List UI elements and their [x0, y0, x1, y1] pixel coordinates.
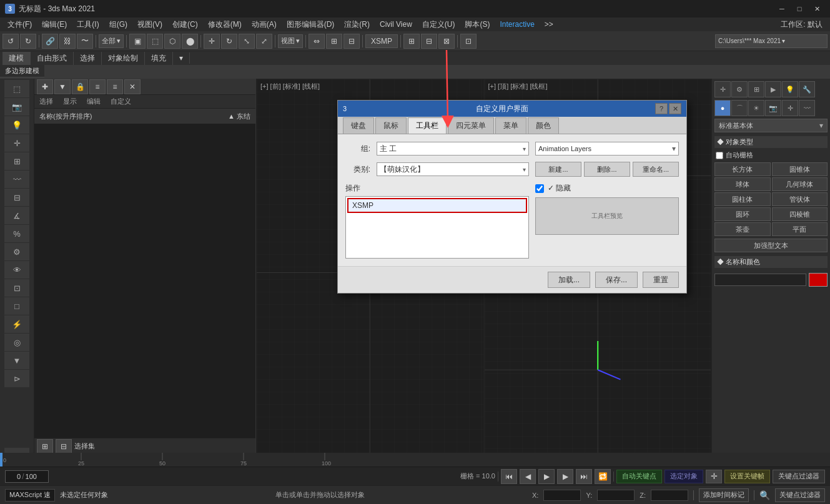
cone-button[interactable]: 圆锥体 [772, 162, 828, 176]
dlg-actions-listbox[interactable]: XSMP [345, 196, 529, 259]
dlg-help-btn[interactable]: ? [655, 103, 668, 114]
mirror-button[interactable]: ⇔ [309, 34, 325, 49]
view-dropdown[interactable]: 视图 ▾ [278, 34, 303, 48]
dlg-tab-menu[interactable]: 菜单 [495, 117, 526, 134]
lp-helper-icon[interactable]: ✛ [4, 134, 29, 152]
lp-wire-icon[interactable]: ⚡ [4, 315, 29, 333]
lp-snap3-icon[interactable]: ⊟ [4, 189, 29, 206]
menu-view[interactable]: 视图(V) [132, 18, 167, 31]
subtb-populate[interactable]: 填充 [145, 52, 173, 65]
bind-button[interactable]: 〜 [77, 34, 93, 49]
lp-snap-icon[interactable]: ⊞ [4, 152, 29, 170]
align2-button[interactable]: ⊟ [343, 34, 360, 49]
se-tab-edit[interactable]: 编辑 [82, 96, 106, 107]
lp-percent-icon[interactable]: % [4, 225, 29, 242]
dlg-reset-btn[interactable]: 重置 [643, 272, 679, 288]
lp-isolate-icon[interactable]: ◎ [4, 334, 29, 351]
dlg-tab-mouse[interactable]: 鼠标 [375, 117, 407, 134]
dlg-action-xsmp[interactable]: XSMP [347, 198, 527, 213]
lp-light-icon[interactable]: 💡 [4, 116, 29, 134]
reinforced-text-button[interactable]: 加强型文本 [714, 239, 828, 252]
cmd-shape-icon[interactable]: ⌒ [731, 100, 748, 116]
dlg-titlebar[interactable]: 3 自定义用户界面 ? ✕ [338, 101, 686, 117]
dlg-tab-toolbar[interactable]: 工具栏 [408, 117, 447, 134]
close-button[interactable]: ✕ [809, 2, 825, 15]
key-filter-btn[interactable]: 关键点过滤器 [773, 470, 825, 483]
subtb-obj-paint[interactable]: 对象绘制 [102, 52, 145, 65]
dlg-new-btn[interactable]: 新建... [535, 162, 581, 177]
menu-edit[interactable]: 编辑(E) [37, 18, 72, 31]
cmd-create-icon[interactable]: ✛ [714, 81, 731, 97]
menu-graph-editor[interactable]: 图形编辑器(D) [282, 18, 340, 31]
scene-button[interactable]: ⊡ [460, 34, 477, 49]
subtb-modeling[interactable]: 建模 [2, 52, 31, 65]
loop-btn[interactable]: 🔁 [595, 469, 611, 484]
cmd-utilities-icon[interactable]: 🔧 [799, 81, 815, 97]
timeline-ruler[interactable]: 0 25 50 75 100 [0, 453, 830, 467]
add-key-icon[interactable]: ✛ [706, 470, 722, 483]
dlg-anim-dropdown[interactable]: Animation Layers ▾ [535, 142, 679, 156]
lp-angle-icon[interactable]: ∡ [4, 207, 29, 224]
scale2-button[interactable]: ⤢ [256, 34, 272, 49]
auto-key-btn[interactable]: 自动关键点 [616, 470, 662, 483]
dlg-tab-color[interactable]: 颜色 [528, 117, 559, 134]
dlg-group-select[interactable]: 主 工 ▾ [377, 142, 529, 156]
dlg-hide-checkbox[interactable] [535, 184, 544, 193]
cmd-helper-icon2[interactable]: ✛ [782, 100, 798, 116]
cmd-hierarchy-icon[interactable]: ⊞ [748, 81, 764, 97]
cmd-space-icon[interactable]: 〰 [799, 100, 815, 116]
menu-tools[interactable]: 工具(I) [72, 18, 104, 31]
prev-frame-btn[interactable]: ◀ [520, 469, 536, 484]
cmd-light-icon2[interactable]: ☀ [748, 100, 764, 116]
menu-workspace[interactable]: 工作区: 默认 [776, 18, 828, 31]
paint-button[interactable]: ⬤ [182, 34, 198, 49]
menu-render[interactable]: 渲染(R) [339, 18, 375, 31]
redo-button[interactable]: ↻ [20, 34, 36, 49]
dlg-close-btn[interactable]: ✕ [669, 103, 681, 114]
polygon-modeling-tab[interactable]: 多边形建模 [0, 65, 44, 77]
plane-button[interactable]: 平面 [772, 222, 828, 236]
menu-file[interactable]: 文件(F) [2, 18, 37, 31]
goto-start-btn[interactable]: ⏮ [501, 469, 517, 484]
select-region-button[interactable]: ⬚ [147, 34, 163, 49]
dlg-rename-btn[interactable]: 重命名... [633, 162, 679, 177]
minimize-button[interactable]: ─ [774, 2, 790, 15]
select-button[interactable]: ▣ [129, 34, 146, 49]
lp-obj-icon[interactable]: □ [4, 297, 29, 315]
menu-animate[interactable]: 动画(A) [247, 18, 282, 31]
se-tab-select[interactable]: 选择 [34, 96, 58, 107]
maximize-button[interactable]: □ [791, 2, 808, 15]
cmd-geo-icon[interactable]: ● [714, 100, 731, 116]
play-btn[interactable]: ▶ [538, 469, 555, 484]
align-button[interactable]: ⊞ [326, 34, 342, 49]
layers2-button[interactable]: ⊟ [421, 34, 437, 49]
coord-x-input[interactable] [543, 490, 581, 501]
subtb-freeform[interactable]: 自由形式 [31, 52, 74, 65]
std-primitive-dropdown[interactable]: 标准基本体 ▾ [714, 119, 828, 132]
layers-button[interactable]: ⊞ [403, 34, 420, 49]
lp-camera-icon[interactable]: 📷 [4, 98, 29, 116]
coord-y-input[interactable] [597, 490, 635, 501]
dlg-tab-quad[interactable]: 四元菜单 [448, 117, 494, 134]
sphere-button[interactable]: 球体 [714, 177, 771, 191]
cmd-modify-icon[interactable]: ⚙ [731, 81, 748, 97]
key-frame-btn[interactable]: 设置关键帧 [724, 470, 770, 483]
menu-interactive[interactable]: Interactive [495, 19, 539, 30]
se-tab-custom[interactable]: 自定义 [106, 96, 136, 107]
torus-button[interactable]: 圆环 [714, 207, 771, 221]
undo-button[interactable]: ↺ [2, 34, 19, 49]
menu-civil-view[interactable]: Civil View [375, 19, 417, 30]
cmd-display-icon[interactable]: 💡 [782, 81, 798, 97]
dlg-delete-btn[interactable]: 删除... [584, 162, 630, 177]
menu-more[interactable]: >> [540, 19, 558, 30]
move-button[interactable]: ✛ [204, 34, 220, 49]
set-key-btn[interactable]: 选定对象 [664, 470, 703, 483]
viewport-left[interactable]: [+] [左] [标准] [线框] [484, 273, 712, 467]
geo-sphere-button[interactable]: 几何球体 [772, 177, 828, 191]
select-filter-dropdown[interactable]: 全部 ▾ [99, 34, 124, 48]
lp-layer-icon[interactable]: ⊡ [4, 279, 29, 297]
menu-group[interactable]: 组(G) [104, 18, 132, 31]
color-swatch[interactable] [809, 273, 828, 287]
box-button[interactable]: 长方体 [714, 162, 771, 176]
menu-create[interactable]: 创建(C) [167, 18, 203, 31]
